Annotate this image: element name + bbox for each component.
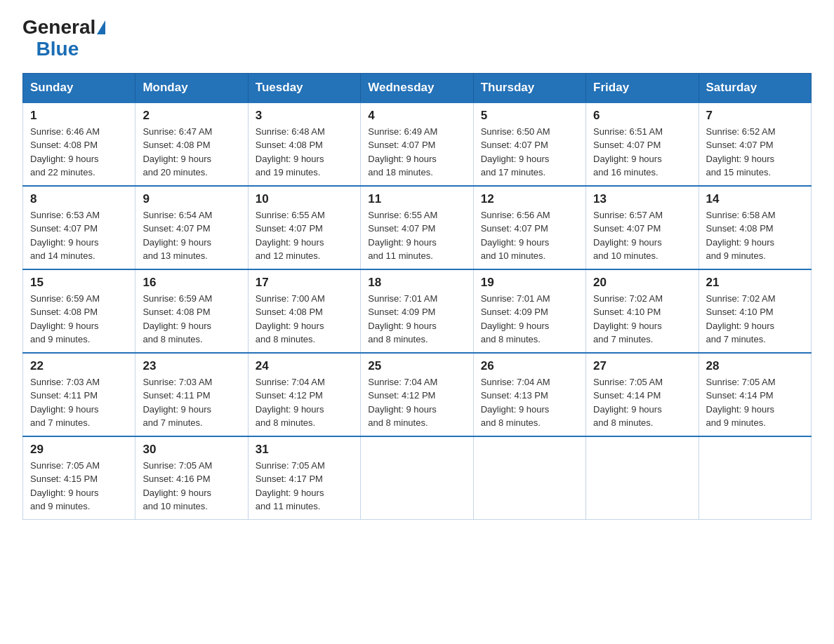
day-info: Sunrise: 7:05 AMSunset: 4:16 PMDaylight:…: [143, 460, 212, 512]
day-header-tuesday: Tuesday: [248, 73, 360, 102]
day-number: 8: [30, 192, 128, 206]
day-number: 9: [143, 192, 240, 206]
calendar-week-1: 1 Sunrise: 6:46 AMSunset: 4:08 PMDayligh…: [23, 102, 812, 186]
day-number: 26: [481, 359, 578, 373]
calendar-cell: 3 Sunrise: 6:48 AMSunset: 4:08 PMDayligh…: [248, 102, 360, 186]
day-number: 10: [256, 192, 353, 206]
calendar-cell: 10 Sunrise: 6:55 AMSunset: 4:07 PMDaylig…: [248, 186, 360, 269]
day-info: Sunrise: 7:04 AMSunset: 4:12 PMDaylight:…: [256, 377, 325, 429]
day-info: Sunrise: 6:48 AMSunset: 4:08 PMDaylight:…: [256, 126, 325, 178]
day-number: 14: [706, 192, 804, 206]
day-number: 2: [143, 109, 240, 123]
calendar-cell: 2 Sunrise: 6:47 AMSunset: 4:08 PMDayligh…: [135, 102, 248, 186]
calendar-cell: 5 Sunrise: 6:50 AMSunset: 4:07 PMDayligh…: [473, 102, 585, 186]
calendar-cell: 7 Sunrise: 6:52 AMSunset: 4:07 PMDayligh…: [699, 102, 811, 186]
calendar-cell: 9 Sunrise: 6:54 AMSunset: 4:07 PMDayligh…: [135, 186, 248, 269]
day-number: 30: [143, 443, 240, 457]
calendar-cell: 14 Sunrise: 6:58 AMSunset: 4:08 PMDaylig…: [699, 186, 811, 269]
calendar-cell: 17 Sunrise: 7:00 AMSunset: 4:08 PMDaylig…: [248, 269, 360, 353]
calendar-cell: [361, 436, 473, 520]
calendar-cell: 23 Sunrise: 7:03 AMSunset: 4:11 PMDaylig…: [135, 353, 248, 436]
calendar-cell: [586, 436, 699, 520]
day-info: Sunrise: 6:47 AMSunset: 4:08 PMDaylight:…: [143, 126, 212, 178]
day-number: 27: [593, 359, 691, 373]
day-number: 23: [143, 359, 240, 373]
day-info: Sunrise: 7:05 AMSunset: 4:14 PMDaylight:…: [706, 377, 776, 429]
day-info: Sunrise: 7:05 AMSunset: 4:17 PMDaylight:…: [256, 460, 325, 512]
calendar-cell: 18 Sunrise: 7:01 AMSunset: 4:09 PMDaylig…: [361, 269, 473, 353]
day-info: Sunrise: 7:04 AMSunset: 4:12 PMDaylight:…: [368, 377, 437, 429]
day-info: Sunrise: 7:02 AMSunset: 4:10 PMDaylight:…: [593, 293, 663, 345]
day-header-wednesday: Wednesday: [361, 73, 473, 102]
day-number: 1: [30, 109, 128, 123]
day-info: Sunrise: 6:57 AMSunset: 4:07 PMDaylight:…: [593, 210, 663, 262]
day-number: 4: [368, 109, 465, 123]
day-number: 21: [706, 276, 804, 290]
day-info: Sunrise: 7:04 AMSunset: 4:13 PMDaylight:…: [481, 377, 550, 429]
day-header-monday: Monday: [135, 73, 248, 102]
day-number: 29: [30, 443, 128, 457]
calendar-cell: 29 Sunrise: 7:05 AMSunset: 4:15 PMDaylig…: [23, 436, 135, 520]
day-number: 15: [30, 276, 128, 290]
calendar-cell: 11 Sunrise: 6:55 AMSunset: 4:07 PMDaylig…: [361, 186, 473, 269]
day-info: Sunrise: 7:03 AMSunset: 4:11 PMDaylight:…: [30, 377, 100, 429]
day-info: Sunrise: 6:56 AMSunset: 4:07 PMDaylight:…: [481, 210, 550, 262]
day-info: Sunrise: 7:02 AMSunset: 4:10 PMDaylight:…: [706, 293, 776, 345]
day-number: 19: [481, 276, 578, 290]
day-info: Sunrise: 6:50 AMSunset: 4:07 PMDaylight:…: [481, 126, 550, 178]
calendar-cell: 24 Sunrise: 7:04 AMSunset: 4:12 PMDaylig…: [248, 353, 360, 436]
day-info: Sunrise: 6:59 AMSunset: 4:08 PMDaylight:…: [30, 293, 100, 345]
day-number: 6: [593, 109, 691, 123]
logo-general-text: General: [22, 17, 105, 39]
calendar-cell: 12 Sunrise: 6:56 AMSunset: 4:07 PMDaylig…: [473, 186, 585, 269]
page-header: General Blue: [22, 17, 812, 60]
day-number: 31: [256, 443, 353, 457]
calendar-cell: [473, 436, 585, 520]
day-info: Sunrise: 7:01 AMSunset: 4:09 PMDaylight:…: [368, 293, 437, 345]
day-number: 28: [706, 359, 804, 373]
calendar-cell: 15 Sunrise: 6:59 AMSunset: 4:08 PMDaylig…: [23, 269, 135, 353]
day-info: Sunrise: 6:51 AMSunset: 4:07 PMDaylight:…: [593, 126, 663, 178]
day-info: Sunrise: 6:55 AMSunset: 4:07 PMDaylight:…: [368, 210, 437, 262]
calendar-cell: 6 Sunrise: 6:51 AMSunset: 4:07 PMDayligh…: [586, 102, 699, 186]
day-info: Sunrise: 6:59 AMSunset: 4:08 PMDaylight:…: [143, 293, 212, 345]
day-header-sunday: Sunday: [23, 73, 135, 102]
logo-blue-text: Blue: [25, 38, 79, 60]
day-header-friday: Friday: [586, 73, 699, 102]
day-info: Sunrise: 6:49 AMSunset: 4:07 PMDaylight:…: [368, 126, 437, 178]
calendar-cell: 27 Sunrise: 7:05 AMSunset: 4:14 PMDaylig…: [586, 353, 699, 436]
calendar-cell: 26 Sunrise: 7:04 AMSunset: 4:13 PMDaylig…: [473, 353, 585, 436]
day-info: Sunrise: 6:53 AMSunset: 4:07 PMDaylight:…: [30, 210, 100, 262]
day-info: Sunrise: 6:55 AMSunset: 4:07 PMDaylight:…: [256, 210, 325, 262]
calendar-cell: 16 Sunrise: 6:59 AMSunset: 4:08 PMDaylig…: [135, 269, 248, 353]
calendar-cell: 31 Sunrise: 7:05 AMSunset: 4:17 PMDaylig…: [248, 436, 360, 520]
calendar-week-4: 22 Sunrise: 7:03 AMSunset: 4:11 PMDaylig…: [23, 353, 812, 436]
day-info: Sunrise: 7:05 AMSunset: 4:14 PMDaylight:…: [593, 377, 663, 429]
day-number: 7: [706, 109, 804, 123]
calendar-week-3: 15 Sunrise: 6:59 AMSunset: 4:08 PMDaylig…: [23, 269, 812, 353]
calendar-cell: 4 Sunrise: 6:49 AMSunset: 4:07 PMDayligh…: [361, 102, 473, 186]
day-number: 20: [593, 276, 691, 290]
calendar-cell: 20 Sunrise: 7:02 AMSunset: 4:10 PMDaylig…: [586, 269, 699, 353]
day-info: Sunrise: 6:54 AMSunset: 4:07 PMDaylight:…: [143, 210, 212, 262]
day-info: Sunrise: 6:52 AMSunset: 4:07 PMDaylight:…: [706, 126, 776, 178]
day-number: 24: [256, 359, 353, 373]
day-info: Sunrise: 7:00 AMSunset: 4:08 PMDaylight:…: [256, 293, 325, 345]
calendar-cell: 8 Sunrise: 6:53 AMSunset: 4:07 PMDayligh…: [23, 186, 135, 269]
day-info: Sunrise: 7:03 AMSunset: 4:11 PMDaylight:…: [143, 377, 212, 429]
calendar-cell: 1 Sunrise: 6:46 AMSunset: 4:08 PMDayligh…: [23, 102, 135, 186]
day-number: 12: [481, 192, 578, 206]
day-number: 11: [368, 192, 465, 206]
calendar-cell: 21 Sunrise: 7:02 AMSunset: 4:10 PMDaylig…: [699, 269, 811, 353]
day-number: 16: [143, 276, 240, 290]
calendar-cell: [699, 436, 811, 520]
day-info: Sunrise: 6:58 AMSunset: 4:08 PMDaylight:…: [706, 210, 776, 262]
day-number: 3: [256, 109, 353, 123]
day-header-thursday: Thursday: [473, 73, 585, 102]
day-number: 5: [481, 109, 578, 123]
calendar-cell: 25 Sunrise: 7:04 AMSunset: 4:12 PMDaylig…: [361, 353, 473, 436]
day-number: 25: [368, 359, 465, 373]
day-info: Sunrise: 6:46 AMSunset: 4:08 PMDaylight:…: [30, 126, 100, 178]
logo: General Blue: [22, 17, 105, 60]
calendar-week-5: 29 Sunrise: 7:05 AMSunset: 4:15 PMDaylig…: [23, 436, 812, 520]
